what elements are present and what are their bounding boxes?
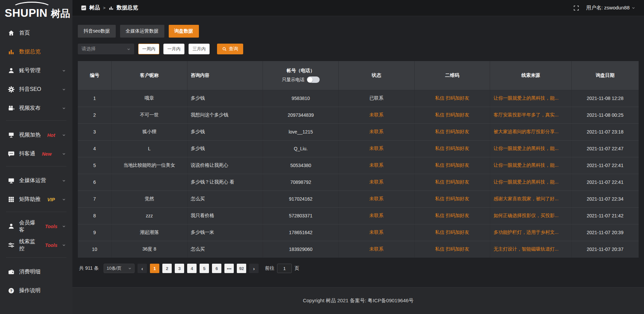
page-number-buttons: 123456•••92: [150, 264, 246, 273]
sidebar-item-member-baoke[interactable]: 会员爆客Tools: [0, 218, 72, 234]
cell-source-link[interactable]: 感谢大家喜欢我家，被问了好...: [490, 191, 571, 207]
topbar-right: 用户名: zswodun88: [574, 5, 635, 11]
cell-date: 2021-11-07 22:41: [571, 174, 639, 191]
cell-status: 未联系: [338, 224, 414, 241]
period-buttons: 一周内一月内三月内: [138, 44, 210, 54]
cell-account: 70898792: [263, 174, 339, 191]
chevron-down-icon: [62, 88, 66, 91]
goto-suffix: 页: [294, 265, 299, 271]
period-button-三月内[interactable]: 三月内: [189, 44, 210, 54]
table-row: 1036度 8怎么买183929060未联系私信 扫码加好友无主灯设计，智能磁吸…: [78, 241, 639, 258]
sidebar-item-media-operation[interactable]: 全媒体运营: [0, 172, 72, 189]
chevron-down-icon: [62, 179, 66, 182]
cell-content: 多少钱: [187, 123, 263, 140]
cell-id: 2: [78, 107, 111, 123]
cell-nickname: [111, 174, 187, 191]
cell-qrcode-link[interactable]: 私信 扫码加好友: [414, 140, 490, 157]
cell-qrcode-link[interactable]: 私信 扫码加好友: [414, 241, 490, 258]
sidebar-item-help[interactable]: ?操作说明: [0, 282, 72, 299]
fullscreen-icon[interactable]: [574, 5, 579, 11]
cell-source-link[interactable]: 如何正确选择投影仪，买投影...: [490, 207, 571, 224]
period-button-一周内[interactable]: 一周内: [138, 44, 159, 54]
cell-date: 2021-11-07 20:37: [571, 241, 639, 258]
user-menu[interactable]: 用户名: zswodun88: [586, 5, 635, 11]
sidebar-item-douyin-seo[interactable]: 抖音SEO: [0, 81, 72, 98]
table-row: 8zzz我只看价格572803371未联系私信 扫码加好友如何正确选择投影仪，买…: [78, 207, 639, 224]
username-label: 用户名: zswodun88: [586, 5, 630, 11]
page-button-92[interactable]: 92: [237, 264, 246, 273]
page-ellipsis-button[interactable]: •••: [224, 264, 234, 273]
page-button-2[interactable]: 2: [162, 264, 172, 273]
table-header: 编号客户昵称咨询内容帐号（电话）只显示电话状态二维码线索来源询盘日期: [78, 61, 639, 90]
page-button-1[interactable]: 1: [150, 264, 159, 273]
period-button-一月内[interactable]: 一月内: [163, 44, 184, 54]
table-row: 1哦章多少钱9583810已联系私信 扫码加好友让你一眼就爱上的黑科技，能...…: [78, 90, 639, 107]
search-button[interactable]: 查询: [217, 44, 243, 54]
sidebar-item-matrix-boost[interactable]: 矩阵助推VIP: [0, 191, 72, 208]
cell-nickname: L: [111, 140, 187, 157]
cell-qrcode-link[interactable]: 私信 扫码加好友: [414, 90, 490, 107]
column-header-label: 帐号（电话）: [266, 68, 335, 74]
cell-qrcode-link[interactable]: 私信 扫码加好友: [414, 224, 490, 241]
breadcrumb: 树品 > 数据总览: [81, 4, 138, 11]
chevron-down-icon: [62, 106, 66, 110]
cell-qrcode-link[interactable]: 私信 扫码加好友: [414, 107, 490, 123]
cell-source-link[interactable]: 让你一眼就爱上的黑科技，能...: [490, 90, 571, 107]
page-size-select[interactable]: 10条/页: [104, 264, 135, 273]
gear-icon: [8, 86, 14, 93]
page-button-6[interactable]: 6: [212, 264, 221, 273]
table-body: 1哦章多少钱9583810已联系私信 扫码加好友让你一眼就爱上的黑科技，能...…: [78, 90, 639, 258]
column-header-帐号（电话）: 帐号（电话）只显示电话: [263, 61, 339, 90]
breadcrumb-root[interactable]: 树品: [89, 4, 100, 11]
cell-source-link[interactable]: 无主灯设计，智能磁吸轨道灯...: [490, 241, 571, 258]
cell-source-link[interactable]: 客厅安装投影半年多了，真实...: [490, 107, 571, 123]
sidebar-item-video-publish[interactable]: 视频发布: [0, 100, 72, 116]
cell-status: 未联系: [338, 207, 414, 224]
cell-qrcode-link[interactable]: 私信 扫码加好友: [414, 174, 490, 191]
account-select[interactable]: 请选择: [78, 44, 134, 54]
cell-qrcode-link[interactable]: 私信 扫码加好友: [414, 191, 490, 207]
cell-source-link[interactable]: 让你一眼就爱上的黑科技，能...: [490, 157, 571, 174]
cell-date: 2021-11-07 22:41: [571, 157, 639, 174]
sidebar-item-douketong[interactable]: 抖客通New: [0, 146, 72, 162]
next-page-button[interactable]: ›: [249, 264, 259, 273]
cell-source-link[interactable]: 被大家追着问的客厅投影分享...: [490, 123, 571, 140]
column-header-编号: 编号: [78, 61, 111, 90]
page-button-5[interactable]: 5: [200, 264, 209, 273]
sidebar-item-label: 账号管理: [19, 67, 41, 74]
content: 抖音seo数据全媒体运营数据询盘数据 请选择 一周内一月内三月内 查询: [72, 16, 644, 287]
tab-全媒体运营数据[interactable]: 全媒体运营数据: [120, 25, 164, 38]
svg-text:?: ?: [10, 289, 12, 293]
search-button-label: 查询: [229, 46, 238, 52]
cell-source-link[interactable]: 让你一眼就爱上的黑科技，能...: [490, 174, 571, 191]
sidebar-item-account-manage[interactable]: 账号管理: [0, 62, 72, 79]
sidebar-item-consume-detail[interactable]: 消费明细: [0, 264, 72, 280]
sidebar-item-label: 全媒体运营: [19, 177, 46, 184]
sidebar-item-video-heat[interactable]: 视频加热Hot: [0, 127, 72, 143]
cell-account: 9583810: [263, 90, 339, 107]
page-button-3[interactable]: 3: [175, 264, 184, 273]
filter-row: 请选择 一周内一月内三月内 查询: [78, 44, 639, 54]
cell-content: 说说价格让我死心: [187, 157, 263, 174]
sidebar-divider: [6, 166, 66, 166]
phone-only-toggle[interactable]: [307, 76, 320, 83]
question-icon: ?: [8, 287, 14, 294]
cell-source-link[interactable]: 让你一眼就爱上的黑科技，能...: [490, 140, 571, 157]
sidebar-item-home[interactable]: 首页: [0, 25, 72, 41]
cell-qrcode-link[interactable]: 私信 扫码加好友: [414, 157, 490, 174]
cell-qrcode-link[interactable]: 私信 扫码加好友: [414, 207, 490, 224]
sidebar-item-label: 会员爆客: [19, 219, 38, 233]
prev-page-button[interactable]: ‹: [138, 264, 147, 273]
tab-询盘数据[interactable]: 询盘数据: [169, 25, 199, 38]
cell-qrcode-link[interactable]: 私信 扫码加好友: [414, 123, 490, 140]
tab-抖音seo数据[interactable]: 抖音seo数据: [78, 25, 116, 38]
sidebar-item-data-overview[interactable]: 数据总览: [0, 44, 72, 60]
inquiry-table-wrap: 编号客户昵称咨询内容帐号（电话）只显示电话状态二维码线索来源询盘日期 1哦章多少…: [78, 61, 639, 258]
cell-nickname: 潮起潮落: [111, 224, 187, 241]
page-button-4[interactable]: 4: [187, 264, 197, 273]
goto-page-input[interactable]: [277, 264, 292, 273]
cell-source-link[interactable]: 多功能护栏灯，适用于乡村文...: [490, 224, 571, 241]
sidebar-item-label: 线索监控: [19, 238, 38, 252]
cell-id: 1: [78, 90, 111, 107]
sidebar-item-clue-monitor[interactable]: 线索监控Tools: [0, 237, 72, 253]
